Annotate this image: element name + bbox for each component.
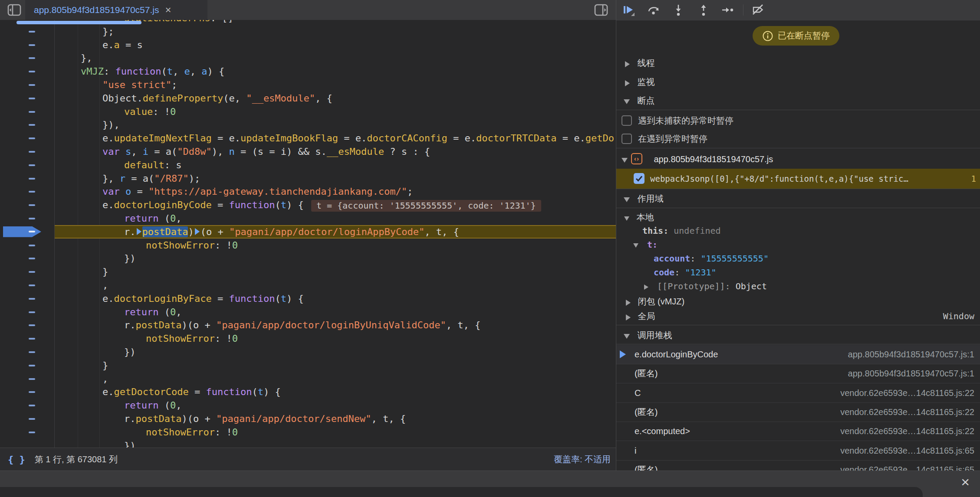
scope-this[interactable]: this: undefined — [616, 224, 980, 238]
code-line[interactable]: r.postData)(o + "pagani/app/doctor/login… — [0, 318, 616, 332]
code-line[interactable]: } — [0, 359, 616, 372]
paused-badge: 已在断点暂停 — [753, 26, 839, 46]
call-stack-frame[interactable]: e.<computed>vendor.62e6593e…14c81165.js:… — [616, 422, 980, 441]
code-token: ( — [158, 400, 170, 411]
code-line[interactable]: vMJZ: function(t, e, a) { — [0, 65, 616, 78]
drawer-close-icon[interactable]: × — [961, 474, 970, 490]
code-line[interactable]: e.getDoctorCode = function(t) { — [0, 385, 616, 399]
code-line[interactable]: , — [0, 278, 616, 292]
code-token: , — [190, 66, 202, 77]
scope-local[interactable]: 本地 — [616, 210, 980, 224]
step-over-button[interactable] — [647, 3, 661, 16]
code-line[interactable]: r.postData)(o + "pagani/app/doctor/sendN… — [0, 412, 616, 425]
code-line[interactable]: e.updateImgNextFlag = e.updateImgBookFla… — [0, 131, 616, 145]
frame-function-name: (匿名) — [635, 364, 658, 383]
code-line[interactable]: }) — [0, 439, 616, 448]
step-into-marker-icon[interactable] — [137, 228, 141, 235]
step-button[interactable] — [720, 3, 734, 16]
scope-prototype[interactable]: [[Prototype]]: Object — [616, 279, 980, 293]
code-line[interactable]: }, r = a("/R87"); — [0, 172, 616, 185]
code-token: "pagani/app/doctor/loginByUniqValidCode" — [216, 320, 446, 330]
code-editor[interactable]: staticRenderFns: []};e.a = s},vMJZ: func… — [0, 20, 616, 448]
code-line[interactable]: notShowError: !0 — [0, 239, 616, 252]
code-line[interactable]: e.doctorLoginByFace = function(t) { — [0, 292, 616, 305]
code-line[interactable]: } — [0, 265, 616, 278]
code-token: : ! — [215, 333, 232, 344]
step-into-marker-icon[interactable] — [195, 228, 200, 235]
section-threads[interactable]: 线程 — [616, 53, 980, 72]
pretty-print-icon[interactable]: { } — [8, 454, 25, 465]
call-stack-frame[interactable]: e.doctorLoginByCodeapp.805b94f3d18519470… — [616, 345, 980, 364]
code-line[interactable]: default: s — [0, 158, 616, 172]
code-line[interactable]: }) — [0, 345, 616, 359]
code-token: }, — [81, 52, 92, 63]
pause-exceptions-row[interactable]: 在遇到异常时暂停 — [616, 130, 980, 148]
code-line[interactable]: return (0, — [0, 305, 616, 319]
call-stack-frame[interactable]: (匿名)vendor.62e6593e…14c81165.js:22 — [616, 402, 980, 422]
pause-exceptions-checkbox[interactable] — [622, 134, 632, 144]
code-line[interactable]: "use strict"; — [0, 78, 616, 92]
call-stack-frame[interactable]: (匿名)app.805b94f3d18519470c57.js:1 — [616, 364, 980, 383]
pause-uncaught-checkbox[interactable] — [622, 115, 632, 126]
code-line[interactable]: value: !0 — [0, 105, 616, 118]
code-token: : s — [164, 160, 182, 170]
execution-line[interactable]: r.postData)(o + "pagani/app/doctor/login… — [0, 225, 616, 239]
code-line[interactable]: notShowError: !0 — [0, 425, 616, 439]
tab-app-js[interactable]: app.805b94f3d18519470c57.js × — [25, 0, 207, 20]
scope-closure[interactable]: 闭包 (vMJZ) — [616, 294, 980, 309]
code-token: "pagani/app/doctor/loginAppByCode" — [229, 226, 424, 237]
scope-t[interactable]: t: — [616, 238, 980, 252]
section-breakpoints[interactable]: 断点 — [616, 92, 980, 110]
code-line[interactable]: return (0, — [0, 212, 616, 225]
code-line[interactable]: }, — [0, 51, 616, 65]
tab-close-icon[interactable]: × — [165, 5, 171, 15]
deactivate-breakpoints-button[interactable] — [751, 3, 766, 16]
step-into-button[interactable] — [671, 3, 685, 16]
scope-account[interactable]: account: "15555555555" — [616, 252, 980, 265]
code-line[interactable]: }; — [0, 25, 616, 38]
step-out-button[interactable] — [697, 3, 710, 16]
code-token: ( — [252, 386, 257, 397]
call-stack-frame[interactable]: ivendor.62e6593e…14c81165.js:65 — [616, 441, 980, 461]
toggle-navigator-sidebar-button[interactable] — [7, 3, 22, 16]
horizontal-scrollbar[interactable] — [16, 21, 141, 24]
code-line[interactable]: notShowError: !0 — [0, 332, 616, 345]
scope-global[interactable]: 全局 Window — [616, 309, 980, 324]
coverage-status[interactable]: 覆盖率: 不适用 — [554, 448, 611, 471]
breakpoint-file-group[interactable]: ‹› app.805b94f3d18519470c57.js — [616, 150, 980, 169]
code-line[interactable]: var o = "https://api-gateway.tianchendaj… — [0, 185, 616, 198]
code-line[interactable]: e.doctorLoginByCode = function(t) { t = … — [0, 198, 616, 212]
call-stack-frame[interactable]: Cvendor.62e6593e…14c81165.js:22 — [616, 383, 980, 403]
code-token: 0 — [232, 240, 238, 251]
breakpoint-entry[interactable]: webpackJsonp([0],{"+8/d":function(t,e,a)… — [616, 169, 980, 189]
code-token — [120, 186, 125, 197]
code-token: ), — [212, 146, 229, 157]
pause-uncaught-exceptions-row[interactable]: 遇到未捕获的异常时暂停 — [616, 111, 980, 130]
chevron-right-icon — [644, 284, 648, 290]
code-text: e.doctorLoginByFace = function(t) { — [0, 292, 616, 305]
code-line[interactable]: return (0, — [0, 399, 616, 412]
selected-token[interactable]: postData — [142, 226, 188, 237]
code-line[interactable]: var s, i = a("Dd8w"), n = (s = i) && s._… — [0, 145, 616, 158]
code-line[interactable]: e.a = s — [0, 38, 616, 52]
code-token: ( — [161, 66, 167, 77]
resume-button[interactable] — [622, 3, 635, 16]
code-token — [120, 146, 125, 157]
code-line[interactable]: }) — [0, 252, 616, 265]
code-text: var s, i = a("Dd8w"), n = (s = i) && s._… — [0, 145, 616, 158]
code-line[interactable]: }), — [0, 118, 616, 131]
scope-code-value: "1231" — [685, 267, 716, 278]
check-icon — [634, 173, 645, 184]
section-call-stack[interactable]: 调用堆栈 — [616, 327, 980, 344]
toggle-debugger-sidebar-button[interactable] — [594, 3, 608, 16]
call-stack-frame[interactable]: (匿名)vendor.62e6593e…14c81165.js:65 — [616, 460, 980, 471]
code-text: r.postData)(o + "pagani/app/doctor/sendN… — [0, 412, 616, 425]
breakpoint-checkbox[interactable] — [634, 173, 645, 184]
code-token: ; — [407, 186, 413, 197]
code-line[interactable]: Object.defineProperty(e, "__esModule", { — [0, 92, 616, 105]
section-scope[interactable]: 作用域 — [616, 190, 980, 208]
code-token: "pagani/app/doctor/sendNew" — [216, 413, 372, 424]
scope-code[interactable]: code: "1231" — [616, 266, 980, 279]
code-line[interactable]: , — [0, 372, 616, 386]
section-watch[interactable]: 监视 — [616, 72, 980, 92]
